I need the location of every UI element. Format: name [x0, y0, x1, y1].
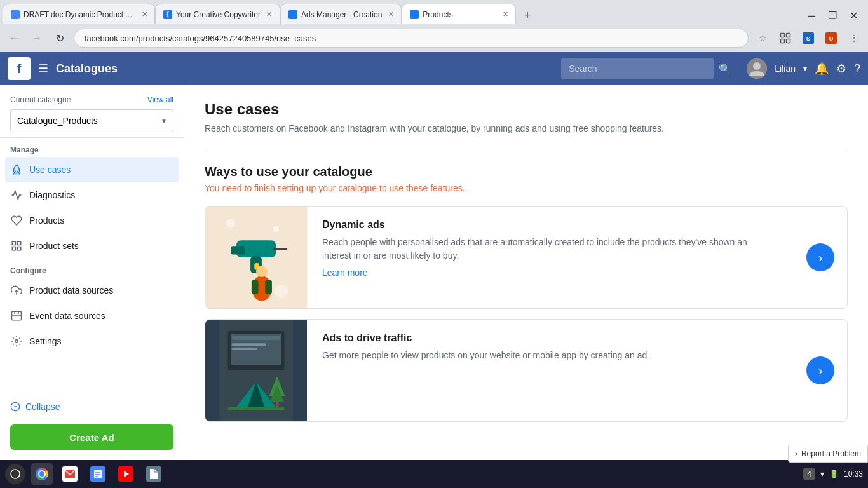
- user-chevron-icon[interactable]: ▾: [803, 64, 807, 73]
- taskbar-youtube-icon[interactable]: [114, 463, 137, 485]
- collapse-label: Collapse: [25, 402, 60, 412]
- svg-rect-12: [12, 247, 15, 250]
- tab-products[interactable]: Products ✕: [402, 4, 516, 24]
- taskbar-gmail-icon[interactable]: [58, 463, 81, 485]
- sidebar-label-use-cases: Use cases: [29, 165, 173, 175]
- svg-rect-39: [232, 348, 257, 350]
- dynamic-ads-chevron-button[interactable]: ›: [806, 243, 834, 271]
- tab-close-ads[interactable]: ✕: [386, 10, 396, 20]
- settings-nav-icon: [10, 335, 23, 348]
- back-button[interactable]: ←: [5, 29, 23, 47]
- settings-icon[interactable]: ⚙: [836, 62, 846, 76]
- restore-button[interactable]: ❐: [823, 7, 842, 24]
- tab-title-products: Products: [423, 10, 496, 19]
- event-icon: [10, 309, 23, 322]
- sidebar-label-products: Products: [29, 215, 173, 226]
- svg-rect-13: [18, 247, 21, 250]
- extensions-button[interactable]: [776, 29, 794, 47]
- svg-rect-27: [273, 248, 287, 250]
- drive-traffic-chevron-button[interactable]: ›: [806, 356, 834, 384]
- report-problem-button[interactable]: › Report a Problem: [788, 445, 868, 463]
- sidebar-label-product-sets: Product sets: [29, 241, 173, 251]
- search-icon: 🔍: [719, 63, 731, 75]
- svg-rect-37: [232, 336, 280, 340]
- clock: 10:33: [844, 470, 863, 478]
- tab-title-draft: DRAFT doc Dynamic Product Ad...: [24, 10, 135, 19]
- profile-extension-button[interactable]: S: [799, 29, 817, 47]
- tab-close-draft[interactable]: ✕: [139, 10, 149, 20]
- hamburger-menu-icon[interactable]: ☰: [38, 62, 48, 76]
- create-ad-button[interactable]: Create Ad: [10, 424, 173, 450]
- svg-point-22: [226, 219, 235, 228]
- sidebar-item-settings[interactable]: Settings: [0, 329, 184, 354]
- collapse-button[interactable]: Collapse: [0, 394, 184, 419]
- svg-rect-42: [228, 407, 285, 410]
- svg-point-24: [273, 226, 279, 232]
- search-input[interactable]: [561, 58, 714, 79]
- catalogue-select-wrapper: Catalogue_Products: [10, 109, 173, 132]
- taskbar-docs-icon[interactable]: [86, 463, 109, 485]
- use-case-body-drive-traffic: Ads to drive traffic Get more people to …: [307, 320, 794, 421]
- menu-button[interactable]: ⋮: [845, 29, 863, 47]
- svg-rect-26: [231, 246, 245, 254]
- report-chevron-icon: ›: [795, 449, 797, 458]
- forward-button[interactable]: →: [28, 29, 46, 47]
- svg-rect-33: [265, 280, 272, 294]
- search-wrapper: 🔍: [561, 58, 731, 79]
- use-case-action-dynamic-ads: ›: [794, 207, 847, 308]
- product-sets-icon: [10, 240, 23, 252]
- sidebar-label-event-data-sources: Event data sources: [29, 311, 173, 321]
- close-window-button[interactable]: ✕: [844, 7, 863, 24]
- tab-ads-manager[interactable]: Ads Manager - Creation ✕: [280, 4, 402, 24]
- catalogue-select[interactable]: Catalogue_Products: [10, 109, 173, 132]
- page-subtitle: Reach customers on Facebook and Instagra…: [205, 123, 848, 133]
- start-button[interactable]: [5, 464, 25, 484]
- view-all-link[interactable]: View all: [147, 95, 173, 104]
- svg-point-31: [256, 266, 268, 277]
- ways-subtitle: You need to finish setting up your catal…: [205, 183, 848, 193]
- reload-button[interactable]: ↻: [51, 29, 69, 47]
- header-actions: Lilian ▾ 🔔 ⚙ ?: [747, 58, 860, 79]
- notifications-icon[interactable]: 🔔: [815, 62, 829, 76]
- sidebar-item-products[interactable]: Products: [0, 208, 184, 233]
- taskbar-files-icon[interactable]: [142, 463, 165, 485]
- tab-close-products[interactable]: ✕: [500, 10, 510, 20]
- svg-rect-3: [787, 39, 790, 43]
- tab-favicon-fb: f: [163, 10, 172, 19]
- minimize-button[interactable]: ─: [803, 8, 820, 24]
- tab-title-ads: Ads Manager - Creation: [301, 10, 382, 19]
- main-content: Use cases Reach customers on Facebook an…: [184, 85, 868, 460]
- office-extension-button[interactable]: O: [822, 29, 840, 47]
- configure-section-title: Configure: [0, 259, 184, 278]
- new-tab-button[interactable]: +: [519, 6, 536, 24]
- svg-rect-32: [252, 280, 259, 294]
- bookmark-button[interactable]: ☆: [754, 29, 771, 47]
- tab-close-copywriter[interactable]: ✕: [264, 10, 275, 20]
- browser-content: f ☰ Catalogues 🔍 Lilian ▾ 🔔 ⚙ ?: [0, 52, 868, 460]
- tab-favicon-draft: [11, 10, 20, 19]
- taskbar-system-tray: 4 ▾ 🔋 10:33: [803, 468, 863, 480]
- sidebar-item-event-data-sources[interactable]: Event data sources: [0, 303, 184, 329]
- use-case-card-dynamic-ads: Dynamic ads Reach people with personalis…: [205, 206, 848, 309]
- sidebar-item-product-data-sources[interactable]: Product data sources: [0, 278, 184, 303]
- svg-text:S: S: [806, 35, 811, 42]
- taskbar-chrome-icon[interactable]: [31, 463, 53, 485]
- use-case-action-drive-traffic: ›: [794, 320, 847, 421]
- help-icon[interactable]: ?: [854, 62, 860, 76]
- svg-rect-38: [232, 343, 266, 346]
- rocket-icon: [10, 163, 23, 176]
- taskbar: 4 ▾ 🔋 10:33: [0, 460, 868, 488]
- report-problem-label: Report a Problem: [801, 449, 861, 458]
- sidebar-item-diagnostics[interactable]: Diagnostics: [0, 182, 184, 208]
- address-input[interactable]: facebook.com/products/catalogs/964257240…: [74, 29, 749, 48]
- sidebar-item-use-cases[interactable]: Use cases: [5, 157, 179, 182]
- tab-title-copywriter: Your Creative Copywriter: [176, 10, 261, 19]
- tab-draft-doc[interactable]: DRAFT doc Dynamic Product Ad... ✕: [3, 4, 155, 24]
- tab-bar: DRAFT doc Dynamic Product Ad... ✕ f Your…: [0, 0, 868, 24]
- sidebar-item-product-sets[interactable]: Product sets: [0, 233, 184, 259]
- avatar: [747, 58, 767, 79]
- learn-more-link-dynamic-ads[interactable]: Learn more: [322, 268, 368, 278]
- address-bar: ← → ↻ facebook.com/products/catalogs/964…: [0, 24, 868, 52]
- tab-copywriter[interactable]: f Your Creative Copywriter ✕: [155, 4, 280, 24]
- use-case-image-dynamic-ads: [205, 207, 307, 308]
